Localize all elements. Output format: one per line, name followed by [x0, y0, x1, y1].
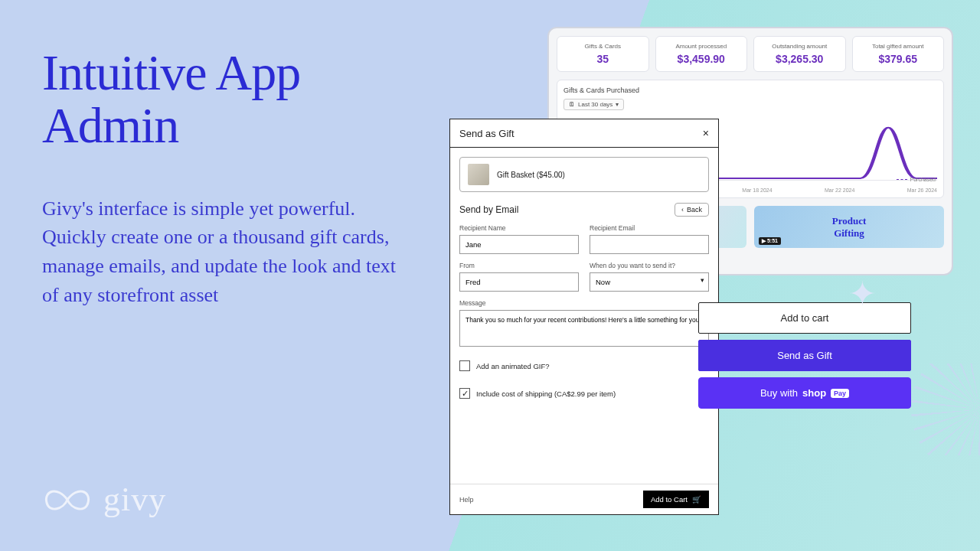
recipient-email-label: Recipient Email [590, 224, 709, 232]
promo-product-gifting[interactable]: Product Gifting ▶ 5:51 [754, 206, 944, 248]
recipient-name-input[interactable] [459, 235, 579, 254]
chevron-down-icon: ▾ [701, 276, 704, 284]
shop-pay-cta[interactable]: Buy with shopPay [698, 377, 911, 409]
back-button[interactable]: ‹ Back [675, 203, 709, 217]
close-icon[interactable]: × [703, 127, 709, 139]
gif-checkbox-label: Add an animated GIF? [476, 362, 550, 370]
stat-total-gifted: Total gifted amount $379.65 [852, 36, 945, 72]
brand-wordmark: givy [103, 480, 166, 519]
message-label: Message [459, 299, 709, 307]
chevron-down-icon: ▾ [616, 101, 619, 108]
chart-title: Gifts & Cards Purchased [564, 86, 937, 94]
chart-legend: Purchased [897, 177, 936, 182]
bow-icon [42, 484, 93, 515]
add-to-cart-button[interactable]: Add to Cart 🛒 [643, 491, 709, 508]
shipping-checkbox[interactable]: ✓ [459, 388, 470, 399]
when-select[interactable] [590, 272, 709, 292]
send-gift-modal: Send as Gift × Gift Basket ($45.00) Send… [449, 119, 719, 515]
shop-pay-badge: Pay [831, 389, 849, 398]
from-label: From [459, 262, 579, 269]
recipient-name-label: Recipient Name [459, 224, 579, 232]
sparkle-icon: ✦ [848, 274, 877, 313]
chevron-left-icon: ‹ [681, 206, 684, 214]
sunburst-decoration [911, 364, 980, 455]
stat-processed: Amount processed $3,459.90 [655, 36, 748, 72]
purchase-cta-stack: Add to cart Send as Gift Buy with shopPa… [698, 302, 911, 409]
date-range-picker[interactable]: 🗓 Last 30 days ▾ [564, 99, 624, 110]
stat-gifts: Gifts & Cards 35 [557, 36, 649, 72]
product-thumbnail [468, 164, 489, 185]
brand-logo: givy [42, 480, 166, 519]
add-to-cart-cta[interactable]: Add to cart [698, 302, 911, 334]
calendar-icon: 🗓 [569, 101, 575, 108]
stat-outstanding: Outstanding amount $3,265.30 [753, 36, 846, 72]
from-input[interactable] [459, 272, 579, 292]
modal-title: Send as Gift [459, 128, 514, 139]
message-textarea[interactable] [459, 310, 709, 347]
product-summary: Gift Basket ($45.00) [459, 157, 709, 192]
cart-icon: 🛒 [692, 495, 701, 504]
product-name: Gift Basket ($45.00) [497, 171, 565, 179]
recipient-email-input[interactable] [590, 235, 709, 254]
send-as-gift-cta[interactable]: Send as Gift [698, 340, 911, 371]
help-link[interactable]: Help [459, 496, 474, 504]
shipping-checkbox-label: Include cost of shipping (CA$2.99 per it… [476, 390, 616, 398]
when-label: When do you want to send it? [590, 262, 709, 269]
video-duration-badge: ▶ 5:51 [759, 237, 781, 245]
stats-row: Gifts & Cards 35 Amount processed $3,459… [557, 36, 944, 72]
hero-title: Intuitive App Admin [42, 46, 402, 152]
gif-checkbox[interactable] [459, 360, 470, 371]
hero-body: Givy's interface is simple yet powerful.… [42, 194, 402, 310]
send-method-label: Send by Email [459, 204, 518, 215]
